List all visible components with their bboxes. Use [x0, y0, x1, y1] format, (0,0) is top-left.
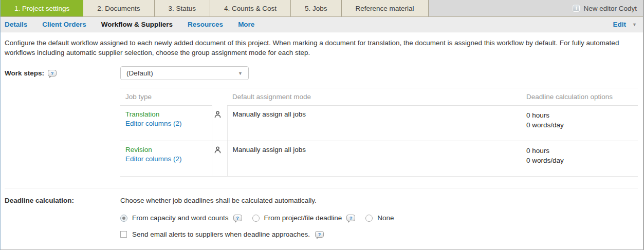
subnav-details[interactable]: Details [5, 21, 27, 28]
work-steps-dropdown-value: (Default) [126, 69, 153, 77]
subnav-more[interactable]: More [238, 21, 254, 28]
tab-status[interactable]: 3. Status [155, 0, 210, 16]
tab-reference-material[interactable]: Reference material [342, 0, 429, 16]
tab-counts-cost[interactable]: 4. Counts & Cost [210, 0, 291, 16]
job-type-name: Revision [125, 146, 207, 153]
job-type-name: Translation [125, 110, 207, 118]
help-icon[interactable]: ? [346, 215, 355, 221]
deadline-calculation-row: Deadline calculation: Choose whether job… [5, 188, 638, 244]
header-deadline-options: Deadline calculation options [521, 88, 638, 106]
email-alerts-option[interactable]: Send email alerts to suppliers when dead… [120, 230, 638, 244]
work-steps-content: (Default) ▼ [120, 66, 638, 80]
project-settings-page: 1. Project settings 2. Documents 3. Stat… [0, 0, 644, 250]
subnav-client-orders[interactable]: Client Orders [42, 21, 86, 28]
work-steps-row: Work steps: ? (Default) ▼ [5, 66, 638, 80]
job-type-cell: Revision Editor columns (2) [120, 141, 212, 177]
info-icon: i [573, 5, 580, 12]
deadline-mode-options: From capacity and word counts ? From pro… [120, 214, 638, 222]
deadline-options-cell: 0 hours 0 words/day [521, 141, 638, 177]
help-icon[interactable]: ? [48, 70, 57, 76]
radio-none[interactable] [365, 215, 373, 222]
header-assignment-mode: Default assignment mode [227, 88, 521, 106]
table-container: Job type Default assignment mode Deadlin… [120, 88, 638, 177]
deadline-calculation-description: Choose whether job deadlines shall be ca… [120, 197, 638, 204]
deadline-options-cell: 0 hours 0 words/day [521, 106, 638, 141]
person-icon [214, 110, 222, 119]
deadline-hours: 0 hours [526, 146, 633, 156]
help-icon[interactable]: ? [233, 215, 242, 221]
assignment-mode-cell: Manually assign all jobs [227, 106, 521, 141]
work-steps-label-group: Work steps: ? [5, 66, 120, 77]
work-steps-label: Work steps: [5, 69, 44, 77]
edit-button[interactable]: Edit [613, 21, 627, 28]
header-icon-spacer [212, 88, 227, 106]
radio-from-capacity[interactable] [120, 215, 127, 222]
edit-menu[interactable]: Edit ▼ [613, 21, 637, 28]
work-steps-table: Job type Default assignment mode Deadlin… [120, 88, 638, 177]
main-tab-bar: 1. Project settings 2. Documents 3. Stat… [1, 0, 643, 17]
assignment-mode-cell: Manually assign all jobs [227, 141, 521, 177]
editor-note-text: New editor Codyt [583, 5, 637, 12]
sub-nav-bar: Details Client Orders Workflow & Supplie… [1, 17, 643, 32]
deadline-calculation-content: Choose whether job deadlines shall be ca… [120, 197, 638, 244]
person-icon [214, 146, 222, 154]
work-steps-table-row: Job type Default assignment mode Deadlin… [5, 88, 638, 177]
table-row-translation: Translation Editor columns (2) Manually … [120, 106, 638, 141]
help-icon[interactable]: ? [315, 231, 324, 238]
deadline-words: 0 words/day [526, 120, 633, 130]
radio-label: From capacity and word counts [132, 214, 229, 222]
tab-project-settings[interactable]: 1. Project settings [1, 0, 83, 16]
radio-from-project-deadline[interactable] [252, 215, 260, 222]
deadline-calculation-label: Deadline calculation: [5, 197, 74, 204]
option-none[interactable]: None [365, 214, 394, 222]
editor-columns-link[interactable]: Editor columns (2) [125, 120, 207, 127]
deadline-hours: 0 hours [526, 110, 633, 120]
subnav-resources[interactable]: Resources [188, 21, 223, 28]
workflow-content: Configure the default workflow assigned … [1, 32, 643, 244]
editor-note: i New editor Codyt [573, 0, 643, 16]
option-from-capacity[interactable]: From capacity and word counts ? [120, 214, 242, 222]
job-type-cell: Translation Editor columns (2) [120, 106, 212, 141]
table-row-revision: Revision Editor columns (2) Manually ass… [120, 141, 638, 177]
deadline-calculation-label-group: Deadline calculation: [5, 197, 120, 204]
tab-documents[interactable]: 2. Documents [83, 0, 154, 16]
radio-label: From project/file deadline [264, 214, 342, 222]
email-alerts-label: Send email alerts to suppliers when dead… [132, 230, 310, 238]
deadline-words: 0 words/day [526, 156, 633, 165]
workflow-intro-text: Configure the default workflow assigned … [5, 38, 637, 57]
radio-label: None [377, 214, 394, 222]
subnav-workflow-suppliers[interactable]: Workflow & Suppliers [101, 21, 173, 28]
header-job-type: Job type [120, 88, 212, 106]
assignment-icon-cell [212, 106, 227, 141]
editor-columns-link[interactable]: Editor columns (2) [125, 155, 207, 163]
dropdown-arrow-icon: ▼ [238, 71, 243, 76]
email-alerts-checkbox[interactable] [120, 231, 127, 238]
chevron-down-icon: ▼ [632, 22, 637, 27]
table-header-row: Job type Default assignment mode Deadlin… [120, 88, 638, 106]
assignment-icon-cell [212, 141, 227, 177]
work-steps-dropdown[interactable]: (Default) ▼ [120, 66, 249, 80]
tab-jobs[interactable]: 5. Jobs [291, 0, 342, 16]
option-from-project-deadline[interactable]: From project/file deadline ? [252, 214, 356, 222]
